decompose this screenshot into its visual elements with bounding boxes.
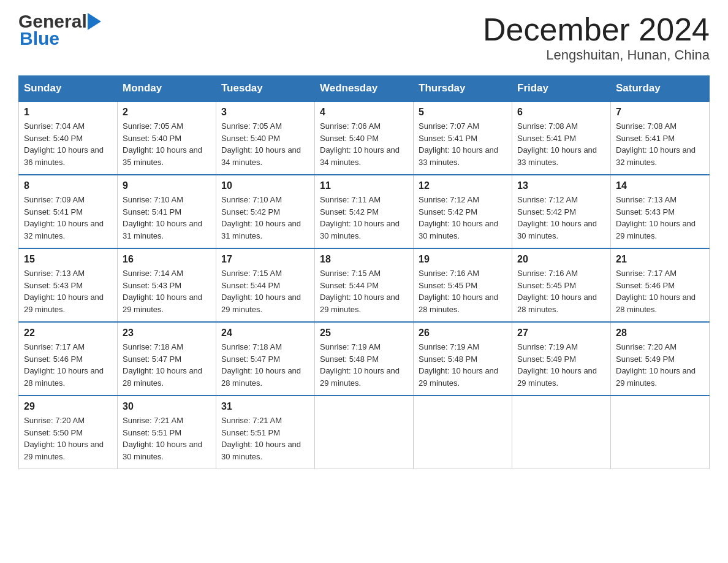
table-row [512,396,611,469]
table-row: 17Sunrise: 7:15 AMSunset: 5:44 PMDayligh… [216,248,315,322]
day-number: 31 [221,401,309,412]
day-number: 18 [320,254,408,265]
col-thursday: Thursday [414,76,512,102]
table-row: 29Sunrise: 7:20 AMSunset: 5:50 PMDayligh… [19,396,118,469]
day-info: Sunrise: 7:19 AMSunset: 5:48 PMDaylight:… [320,341,408,389]
day-number: 28 [616,327,704,339]
day-info: Sunrise: 7:10 AMSunset: 5:41 PMDaylight:… [123,194,211,242]
table-row: 31Sunrise: 7:21 AMSunset: 5:51 PMDayligh… [216,396,315,469]
day-info: Sunrise: 7:21 AMSunset: 5:51 PMDaylight:… [123,415,211,462]
calendar-week-1: 1Sunrise: 7:04 AMSunset: 5:40 PMDaylight… [19,101,710,175]
table-row: 11Sunrise: 7:11 AMSunset: 5:42 PMDayligh… [315,175,414,248]
table-row: 4Sunrise: 7:06 AMSunset: 5:40 PMDaylight… [315,101,414,175]
day-info: Sunrise: 7:17 AMSunset: 5:46 PMDaylight:… [24,341,112,389]
day-info: Sunrise: 7:19 AMSunset: 5:48 PMDaylight:… [419,341,507,389]
col-friday: Friday [512,76,611,102]
table-row: 16Sunrise: 7:14 AMSunset: 5:43 PMDayligh… [118,248,216,322]
calendar-table: Sunday Monday Tuesday Wednesday Thursday… [18,75,710,469]
day-number: 17 [221,254,309,265]
day-info: Sunrise: 7:18 AMSunset: 5:47 PMDaylight:… [221,341,309,389]
day-info: Sunrise: 7:15 AMSunset: 5:44 PMDaylight:… [221,267,309,315]
title-block: December 2024 Lengshuitan, Hunan, China [483,12,710,63]
col-sunday: Sunday [19,76,118,102]
table-row: 27Sunrise: 7:19 AMSunset: 5:49 PMDayligh… [512,322,611,396]
day-number: 26 [419,327,507,339]
table-row: 14Sunrise: 7:13 AMSunset: 5:43 PMDayligh… [611,175,710,248]
day-info: Sunrise: 7:21 AMSunset: 5:51 PMDaylight:… [221,415,309,462]
day-info: Sunrise: 7:08 AMSunset: 5:41 PMDaylight:… [616,120,704,168]
table-row: 30Sunrise: 7:21 AMSunset: 5:51 PMDayligh… [118,396,216,469]
day-number: 10 [221,180,309,191]
table-row: 22Sunrise: 7:17 AMSunset: 5:46 PMDayligh… [19,322,118,396]
table-row: 12Sunrise: 7:12 AMSunset: 5:42 PMDayligh… [414,175,512,248]
calendar-week-2: 8Sunrise: 7:09 AMSunset: 5:41 PMDaylight… [19,175,710,248]
day-number: 6 [517,107,605,118]
day-info: Sunrise: 7:09 AMSunset: 5:41 PMDaylight:… [24,194,112,242]
day-info: Sunrise: 7:16 AMSunset: 5:45 PMDaylight:… [419,267,507,315]
day-info: Sunrise: 7:07 AMSunset: 5:41 PMDaylight:… [419,120,507,168]
table-row: 7Sunrise: 7:08 AMSunset: 5:41 PMDaylight… [611,101,710,175]
day-info: Sunrise: 7:14 AMSunset: 5:43 PMDaylight:… [123,267,211,315]
svg-marker-0 [88,13,101,30]
day-number: 27 [517,327,605,339]
calendar-week-5: 29Sunrise: 7:20 AMSunset: 5:50 PMDayligh… [19,396,710,469]
day-info: Sunrise: 7:12 AMSunset: 5:42 PMDaylight:… [419,194,507,242]
day-info: Sunrise: 7:08 AMSunset: 5:41 PMDaylight:… [517,120,605,168]
day-info: Sunrise: 7:17 AMSunset: 5:46 PMDaylight:… [616,267,704,315]
day-number: 4 [320,107,408,118]
table-row: 5Sunrise: 7:07 AMSunset: 5:41 PMDaylight… [414,101,512,175]
day-info: Sunrise: 7:15 AMSunset: 5:44 PMDaylight:… [320,267,408,315]
day-info: Sunrise: 7:19 AMSunset: 5:49 PMDaylight:… [517,341,605,389]
table-row: 23Sunrise: 7:18 AMSunset: 5:47 PMDayligh… [118,322,216,396]
day-number: 30 [123,401,211,412]
table-row: 2Sunrise: 7:05 AMSunset: 5:40 PMDaylight… [118,101,216,175]
day-number: 25 [320,327,408,339]
day-number: 29 [24,401,112,412]
day-number: 20 [517,254,605,265]
day-number: 9 [123,180,211,191]
table-row: 25Sunrise: 7:19 AMSunset: 5:48 PMDayligh… [315,322,414,396]
day-number: 13 [517,180,605,191]
day-number: 5 [419,107,507,118]
day-number: 23 [123,327,211,339]
table-row: 13Sunrise: 7:12 AMSunset: 5:42 PMDayligh… [512,175,611,248]
day-info: Sunrise: 7:04 AMSunset: 5:40 PMDaylight:… [24,120,112,168]
table-row: 15Sunrise: 7:13 AMSunset: 5:43 PMDayligh… [19,248,118,322]
table-row: 19Sunrise: 7:16 AMSunset: 5:45 PMDayligh… [414,248,512,322]
table-row: 18Sunrise: 7:15 AMSunset: 5:44 PMDayligh… [315,248,414,322]
day-number: 3 [221,107,309,118]
day-info: Sunrise: 7:18 AMSunset: 5:47 PMDaylight:… [123,341,211,389]
table-row: 10Sunrise: 7:10 AMSunset: 5:42 PMDayligh… [216,175,315,248]
table-row: 3Sunrise: 7:05 AMSunset: 5:40 PMDaylight… [216,101,315,175]
col-wednesday: Wednesday [315,76,414,102]
table-row: 6Sunrise: 7:08 AMSunset: 5:41 PMDaylight… [512,101,611,175]
day-info: Sunrise: 7:05 AMSunset: 5:40 PMDaylight:… [221,120,309,168]
day-info: Sunrise: 7:06 AMSunset: 5:40 PMDaylight:… [320,120,408,168]
day-info: Sunrise: 7:20 AMSunset: 5:49 PMDaylight:… [616,341,704,389]
table-row: 26Sunrise: 7:19 AMSunset: 5:48 PMDayligh… [414,322,512,396]
logo-blue: Blue [20,28,59,49]
table-row: 9Sunrise: 7:10 AMSunset: 5:41 PMDaylight… [118,175,216,248]
day-number: 16 [123,254,211,265]
day-number: 8 [24,180,112,191]
logo: General Blue [18,12,101,49]
day-number: 11 [320,180,408,191]
calendar-week-4: 22Sunrise: 7:17 AMSunset: 5:46 PMDayligh… [19,322,710,396]
table-row: 8Sunrise: 7:09 AMSunset: 5:41 PMDaylight… [19,175,118,248]
day-number: 21 [616,254,704,265]
table-row: 1Sunrise: 7:04 AMSunset: 5:40 PMDaylight… [19,101,118,175]
day-number: 12 [419,180,507,191]
table-row [414,396,512,469]
day-info: Sunrise: 7:12 AMSunset: 5:42 PMDaylight:… [517,194,605,242]
day-number: 14 [616,180,704,191]
col-monday: Monday [118,76,216,102]
day-info: Sunrise: 7:10 AMSunset: 5:42 PMDaylight:… [221,194,309,242]
day-number: 22 [24,327,112,339]
calendar-header-row: Sunday Monday Tuesday Wednesday Thursday… [19,76,710,102]
day-info: Sunrise: 7:05 AMSunset: 5:40 PMDaylight:… [123,120,211,168]
day-number: 19 [419,254,507,265]
day-number: 15 [24,254,112,265]
table-row: 20Sunrise: 7:16 AMSunset: 5:45 PMDayligh… [512,248,611,322]
day-number: 1 [24,107,112,118]
day-info: Sunrise: 7:13 AMSunset: 5:43 PMDaylight:… [616,194,704,242]
